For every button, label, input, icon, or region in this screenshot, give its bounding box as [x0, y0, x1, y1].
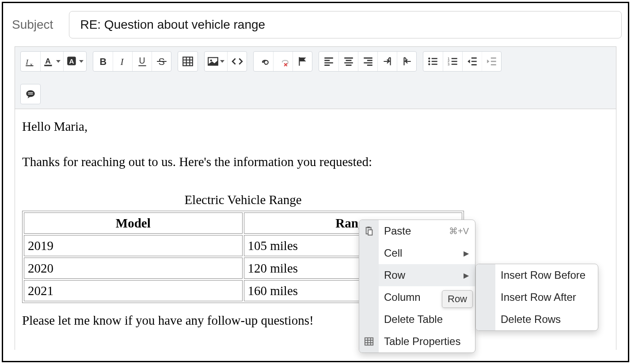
svg-text:U: U: [139, 56, 145, 65]
cm-paste-shortcut: ⌘+V: [449, 226, 469, 236]
code-view-button[interactable]: [227, 52, 247, 71]
svg-text:B: B: [99, 56, 106, 67]
sm-insert-after-label: Insert Row After: [501, 291, 576, 303]
bg-color-button[interactable]: A: [63, 52, 86, 71]
underline-button[interactable]: U: [132, 52, 152, 71]
italic-button[interactable]: I: [113, 52, 132, 71]
subject-input[interactable]: [69, 11, 622, 38]
link-button[interactable]: [254, 52, 273, 71]
cm-cell-label: Cell: [384, 247, 464, 259]
align-right-icon: [362, 56, 374, 67]
row-submenu: Insert Row Before Insert Row After Delet…: [475, 264, 598, 331]
underline-icon: U: [137, 56, 148, 67]
context-menu: Paste ⌘+V Cell ▶ Row ▶ Column ▶ Delete T…: [359, 220, 475, 353]
chevron-right-icon: ▶: [464, 271, 469, 280]
cm-table-props-label: Table Properties: [384, 335, 469, 348]
flag-icon: [297, 56, 308, 67]
ltr-button[interactable]: [377, 52, 397, 71]
svg-text:A: A: [45, 57, 51, 65]
comment-icon: [25, 88, 36, 100]
paste-icon: [364, 226, 374, 236]
svg-text:3: 3: [448, 62, 449, 66]
ltr-icon: [382, 56, 393, 67]
rtl-button[interactable]: [397, 52, 416, 71]
strike-button[interactable]: S: [152, 52, 171, 71]
table-cell[interactable]: 2019: [24, 235, 243, 256]
table-icon: [364, 337, 374, 346]
outdent-icon: [467, 56, 478, 67]
svg-rect-4: [44, 65, 52, 66]
sm-delete-rows[interactable]: Delete Rows: [476, 308, 598, 330]
rtl-icon: [401, 56, 413, 67]
tooltip: Row: [442, 290, 473, 308]
italic-icon: I: [117, 56, 129, 67]
svg-text:I: I: [120, 57, 124, 67]
clear-format-icon: Ix: [25, 56, 36, 67]
align-center-icon: [343, 56, 354, 67]
chevron-right-icon: ▶: [464, 249, 469, 258]
sm-insert-row-before[interactable]: Insert Row Before: [476, 264, 598, 286]
svg-rect-58: [365, 338, 373, 345]
table-header[interactable]: Model: [24, 212, 243, 234]
cm-row[interactable]: Row ▶: [359, 264, 475, 286]
cm-row-label: Row: [384, 269, 464, 281]
align-left-button[interactable]: [319, 52, 338, 71]
bg-color-icon: A: [66, 56, 78, 67]
align-left-icon: [323, 56, 335, 67]
strike-icon: S: [156, 56, 167, 67]
link-icon: [258, 56, 269, 67]
comment-button[interactable]: [21, 84, 40, 104]
svg-point-34: [428, 57, 430, 59]
greeting-text: Hello Maria,: [22, 117, 609, 136]
ol-icon: 123: [447, 56, 459, 67]
toolbar: Ix A A B I U S: [15, 47, 616, 109]
code-icon: [232, 56, 243, 67]
svg-text:x: x: [30, 62, 33, 67]
bold-button[interactable]: B: [93, 52, 113, 71]
svg-text:A: A: [69, 57, 74, 65]
unlink-button[interactable]: [273, 52, 293, 71]
cm-cell[interactable]: Cell ▶: [359, 242, 475, 264]
subject-row: Subject: [3, 3, 628, 46]
sm-insert-before-label: Insert Row Before: [501, 269, 585, 281]
sm-delete-rows-label: Delete Rows: [501, 313, 561, 326]
indent-button[interactable]: [482, 52, 501, 71]
outdent-button[interactable]: [462, 52, 482, 71]
table-icon: [182, 56, 194, 67]
cm-paste-label: Paste: [384, 225, 449, 237]
ol-button[interactable]: 123: [443, 52, 462, 71]
cm-paste[interactable]: Paste ⌘+V: [359, 220, 475, 242]
align-center-button[interactable]: [338, 52, 358, 71]
svg-point-35: [428, 61, 430, 62]
ul-icon: [427, 56, 439, 67]
unlink-icon: [277, 56, 289, 67]
align-right-button[interactable]: [358, 52, 377, 71]
table-caption: Electric Vehicle Range: [22, 190, 464, 211]
cm-delete-table-label: Delete Table: [384, 313, 469, 326]
cm-delete-table[interactable]: Delete Table: [359, 308, 475, 330]
insert-image-button[interactable]: [205, 52, 227, 71]
table-cell[interactable]: 2021: [24, 280, 243, 301]
text-color-icon: A: [43, 56, 55, 67]
bold-icon: B: [97, 56, 109, 67]
svg-point-36: [428, 63, 430, 65]
subject-label: Subject: [12, 18, 53, 32]
insert-table-button[interactable]: [178, 52, 198, 71]
svg-rect-56: [367, 227, 370, 228]
cm-table-properties[interactable]: Table Properties: [359, 330, 475, 353]
anchor-button[interactable]: [293, 52, 312, 71]
svg-rect-13: [183, 57, 193, 66]
table-cell[interactable]: 2020: [24, 258, 243, 279]
clear-format-button[interactable]: Ix: [21, 52, 40, 71]
svg-point-52: [26, 90, 35, 97]
svg-text:I: I: [25, 58, 29, 66]
text-color-button[interactable]: A: [40, 52, 63, 71]
indent-icon: [486, 56, 498, 67]
sm-insert-row-after[interactable]: Insert Row After: [476, 286, 598, 308]
intro-text: Thanks for reaching out to us. Here's th…: [22, 152, 609, 171]
svg-point-19: [210, 60, 212, 61]
svg-rect-57: [368, 230, 372, 235]
image-icon: [207, 56, 219, 67]
ul-button[interactable]: [423, 52, 443, 71]
